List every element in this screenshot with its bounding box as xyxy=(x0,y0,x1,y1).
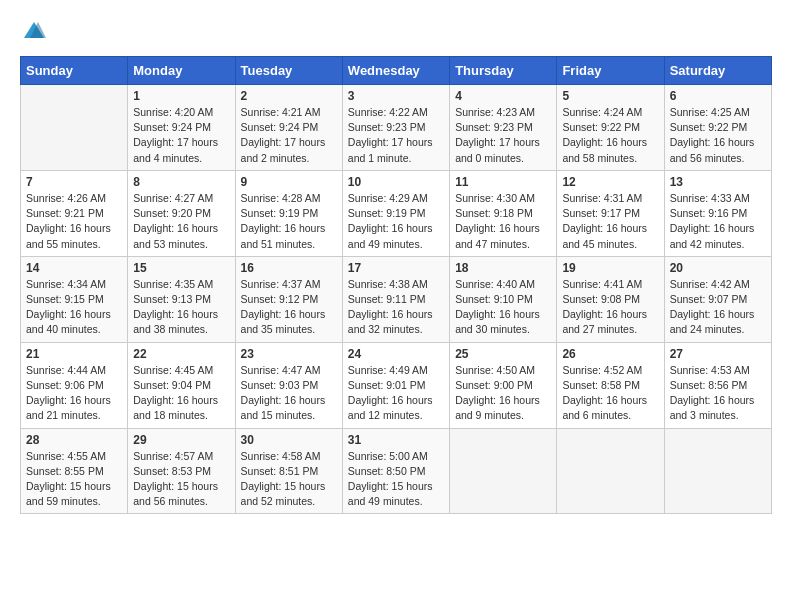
day-info: Sunrise: 4:42 AM Sunset: 9:07 PM Dayligh… xyxy=(670,277,766,338)
calendar-week-row: 14Sunrise: 4:34 AM Sunset: 9:15 PM Dayli… xyxy=(21,256,772,342)
header-day: Monday xyxy=(128,57,235,85)
day-number: 4 xyxy=(455,89,551,103)
day-number: 23 xyxy=(241,347,337,361)
calendar-cell: 10Sunrise: 4:29 AM Sunset: 9:19 PM Dayli… xyxy=(342,170,449,256)
calendar-cell: 29Sunrise: 4:57 AM Sunset: 8:53 PM Dayli… xyxy=(128,428,235,514)
calendar-cell: 9Sunrise: 4:28 AM Sunset: 9:19 PM Daylig… xyxy=(235,170,342,256)
day-info: Sunrise: 4:20 AM Sunset: 9:24 PM Dayligh… xyxy=(133,105,229,166)
day-info: Sunrise: 4:28 AM Sunset: 9:19 PM Dayligh… xyxy=(241,191,337,252)
day-info: Sunrise: 4:47 AM Sunset: 9:03 PM Dayligh… xyxy=(241,363,337,424)
calendar-cell: 30Sunrise: 4:58 AM Sunset: 8:51 PM Dayli… xyxy=(235,428,342,514)
calendar-cell: 3Sunrise: 4:22 AM Sunset: 9:23 PM Daylig… xyxy=(342,85,449,171)
day-info: Sunrise: 4:27 AM Sunset: 9:20 PM Dayligh… xyxy=(133,191,229,252)
calendar-header: SundayMondayTuesdayWednesdayThursdayFrid… xyxy=(21,57,772,85)
calendar-cell xyxy=(557,428,664,514)
day-info: Sunrise: 4:24 AM Sunset: 9:22 PM Dayligh… xyxy=(562,105,658,166)
header-day: Friday xyxy=(557,57,664,85)
day-number: 24 xyxy=(348,347,444,361)
calendar-cell: 19Sunrise: 4:41 AM Sunset: 9:08 PM Dayli… xyxy=(557,256,664,342)
day-number: 16 xyxy=(241,261,337,275)
calendar-week-row: 21Sunrise: 4:44 AM Sunset: 9:06 PM Dayli… xyxy=(21,342,772,428)
day-info: Sunrise: 4:38 AM Sunset: 9:11 PM Dayligh… xyxy=(348,277,444,338)
day-number: 5 xyxy=(562,89,658,103)
day-number: 14 xyxy=(26,261,122,275)
header-day: Sunday xyxy=(21,57,128,85)
day-number: 22 xyxy=(133,347,229,361)
day-info: Sunrise: 4:30 AM Sunset: 9:18 PM Dayligh… xyxy=(455,191,551,252)
calendar-cell: 11Sunrise: 4:30 AM Sunset: 9:18 PM Dayli… xyxy=(450,170,557,256)
calendar-cell: 17Sunrise: 4:38 AM Sunset: 9:11 PM Dayli… xyxy=(342,256,449,342)
day-number: 9 xyxy=(241,175,337,189)
logo xyxy=(20,18,52,46)
day-number: 18 xyxy=(455,261,551,275)
header xyxy=(20,18,772,46)
calendar-cell: 5Sunrise: 4:24 AM Sunset: 9:22 PM Daylig… xyxy=(557,85,664,171)
calendar-cell xyxy=(450,428,557,514)
day-number: 28 xyxy=(26,433,122,447)
day-number: 15 xyxy=(133,261,229,275)
calendar-cell: 21Sunrise: 4:44 AM Sunset: 9:06 PM Dayli… xyxy=(21,342,128,428)
day-info: Sunrise: 4:23 AM Sunset: 9:23 PM Dayligh… xyxy=(455,105,551,166)
calendar-cell: 18Sunrise: 4:40 AM Sunset: 9:10 PM Dayli… xyxy=(450,256,557,342)
calendar-cell: 12Sunrise: 4:31 AM Sunset: 9:17 PM Dayli… xyxy=(557,170,664,256)
day-number: 21 xyxy=(26,347,122,361)
calendar-cell: 28Sunrise: 4:55 AM Sunset: 8:55 PM Dayli… xyxy=(21,428,128,514)
calendar-cell: 6Sunrise: 4:25 AM Sunset: 9:22 PM Daylig… xyxy=(664,85,771,171)
day-info: Sunrise: 4:21 AM Sunset: 9:24 PM Dayligh… xyxy=(241,105,337,166)
day-number: 25 xyxy=(455,347,551,361)
calendar-cell: 23Sunrise: 4:47 AM Sunset: 9:03 PM Dayli… xyxy=(235,342,342,428)
calendar-cell: 8Sunrise: 4:27 AM Sunset: 9:20 PM Daylig… xyxy=(128,170,235,256)
day-info: Sunrise: 4:53 AM Sunset: 8:56 PM Dayligh… xyxy=(670,363,766,424)
day-info: Sunrise: 4:45 AM Sunset: 9:04 PM Dayligh… xyxy=(133,363,229,424)
day-number: 11 xyxy=(455,175,551,189)
day-info: Sunrise: 4:25 AM Sunset: 9:22 PM Dayligh… xyxy=(670,105,766,166)
calendar-cell: 31Sunrise: 5:00 AM Sunset: 8:50 PM Dayli… xyxy=(342,428,449,514)
day-info: Sunrise: 4:52 AM Sunset: 8:58 PM Dayligh… xyxy=(562,363,658,424)
day-info: Sunrise: 5:00 AM Sunset: 8:50 PM Dayligh… xyxy=(348,449,444,510)
day-number: 13 xyxy=(670,175,766,189)
day-number: 6 xyxy=(670,89,766,103)
day-number: 30 xyxy=(241,433,337,447)
logo-icon xyxy=(20,18,48,46)
day-info: Sunrise: 4:29 AM Sunset: 9:19 PM Dayligh… xyxy=(348,191,444,252)
day-info: Sunrise: 4:35 AM Sunset: 9:13 PM Dayligh… xyxy=(133,277,229,338)
calendar-cell: 16Sunrise: 4:37 AM Sunset: 9:12 PM Dayli… xyxy=(235,256,342,342)
calendar-cell xyxy=(664,428,771,514)
day-number: 26 xyxy=(562,347,658,361)
day-info: Sunrise: 4:40 AM Sunset: 9:10 PM Dayligh… xyxy=(455,277,551,338)
day-info: Sunrise: 4:33 AM Sunset: 9:16 PM Dayligh… xyxy=(670,191,766,252)
day-number: 7 xyxy=(26,175,122,189)
day-info: Sunrise: 4:41 AM Sunset: 9:08 PM Dayligh… xyxy=(562,277,658,338)
calendar-cell xyxy=(21,85,128,171)
calendar-cell: 15Sunrise: 4:35 AM Sunset: 9:13 PM Dayli… xyxy=(128,256,235,342)
day-number: 3 xyxy=(348,89,444,103)
header-day: Thursday xyxy=(450,57,557,85)
calendar-cell: 1Sunrise: 4:20 AM Sunset: 9:24 PM Daylig… xyxy=(128,85,235,171)
calendar-cell: 25Sunrise: 4:50 AM Sunset: 9:00 PM Dayli… xyxy=(450,342,557,428)
calendar-cell: 26Sunrise: 4:52 AM Sunset: 8:58 PM Dayli… xyxy=(557,342,664,428)
calendar-cell: 7Sunrise: 4:26 AM Sunset: 9:21 PM Daylig… xyxy=(21,170,128,256)
day-info: Sunrise: 4:49 AM Sunset: 9:01 PM Dayligh… xyxy=(348,363,444,424)
day-info: Sunrise: 4:37 AM Sunset: 9:12 PM Dayligh… xyxy=(241,277,337,338)
day-number: 12 xyxy=(562,175,658,189)
day-info: Sunrise: 4:57 AM Sunset: 8:53 PM Dayligh… xyxy=(133,449,229,510)
day-number: 31 xyxy=(348,433,444,447)
calendar-body: 1Sunrise: 4:20 AM Sunset: 9:24 PM Daylig… xyxy=(21,85,772,514)
day-number: 10 xyxy=(348,175,444,189)
day-number: 17 xyxy=(348,261,444,275)
day-info: Sunrise: 4:31 AM Sunset: 9:17 PM Dayligh… xyxy=(562,191,658,252)
header-row: SundayMondayTuesdayWednesdayThursdayFrid… xyxy=(21,57,772,85)
calendar-week-row: 28Sunrise: 4:55 AM Sunset: 8:55 PM Dayli… xyxy=(21,428,772,514)
day-number: 27 xyxy=(670,347,766,361)
day-info: Sunrise: 4:26 AM Sunset: 9:21 PM Dayligh… xyxy=(26,191,122,252)
day-info: Sunrise: 4:44 AM Sunset: 9:06 PM Dayligh… xyxy=(26,363,122,424)
day-number: 8 xyxy=(133,175,229,189)
day-number: 20 xyxy=(670,261,766,275)
header-day: Saturday xyxy=(664,57,771,85)
calendar-cell: 27Sunrise: 4:53 AM Sunset: 8:56 PM Dayli… xyxy=(664,342,771,428)
calendar-week-row: 7Sunrise: 4:26 AM Sunset: 9:21 PM Daylig… xyxy=(21,170,772,256)
calendar-table: SundayMondayTuesdayWednesdayThursdayFrid… xyxy=(20,56,772,514)
day-info: Sunrise: 4:22 AM Sunset: 9:23 PM Dayligh… xyxy=(348,105,444,166)
day-number: 2 xyxy=(241,89,337,103)
calendar-cell: 22Sunrise: 4:45 AM Sunset: 9:04 PM Dayli… xyxy=(128,342,235,428)
